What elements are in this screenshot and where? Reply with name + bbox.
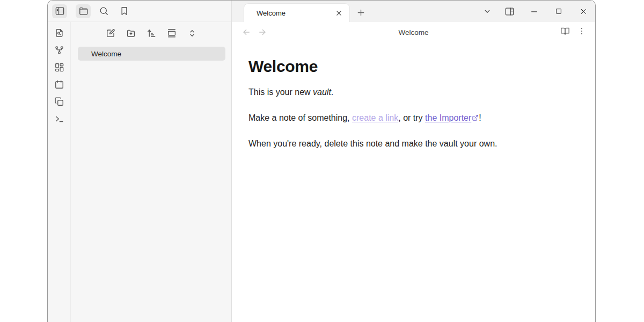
quick-switcher-button[interactable]: [52, 28, 66, 38]
maximize-button[interactable]: [553, 4, 564, 18]
minimize-icon: [530, 7, 539, 16]
ribbon: [48, 22, 71, 322]
close-window-icon: [579, 7, 588, 16]
note-heading: Welcome: [248, 57, 574, 76]
window-controls: [529, 4, 589, 18]
graph-view-button[interactable]: [52, 45, 66, 55]
arrow-right-icon: [258, 27, 267, 37]
toggle-left-sidebar-button[interactable]: [52, 4, 67, 18]
the-importer-external-link[interactable]: the Importer: [425, 113, 471, 122]
panel-left-icon: [55, 6, 65, 16]
bookmark-icon: [119, 6, 129, 16]
folder-plus-icon: [126, 28, 136, 38]
navigate-forward-button[interactable]: [258, 27, 267, 37]
calendar-icon: [54, 79, 64, 90]
file-explorer: Welcome: [71, 22, 231, 322]
minimize-button[interactable]: [529, 4, 539, 18]
explorer-toolbar: [71, 22, 231, 43]
italic-vault: vault: [313, 87, 331, 97]
reading-mode-button[interactable]: [560, 26, 570, 38]
external-link-icon: [472, 114, 479, 121]
paragraph-links: Make a note of something, create a link,…: [248, 112, 574, 124]
files-tab-button[interactable]: [76, 4, 91, 18]
book-open-icon: [560, 26, 570, 36]
app-window: Welcome Welcome: [47, 0, 596, 322]
tab-label: Welcome: [257, 9, 333, 17]
expand-collapse-button[interactable]: [186, 27, 199, 39]
new-note-button[interactable]: [104, 27, 117, 39]
graph-icon: [54, 45, 64, 55]
daily-note-button[interactable]: [52, 79, 66, 90]
layout-dashboard-icon: [54, 62, 64, 72]
navigate-back-button[interactable]: [241, 27, 251, 37]
paragraph-delete-note: When you're ready, delete this note and …: [248, 137, 574, 150]
more-options-button[interactable]: [577, 26, 587, 38]
arrow-left-icon: [241, 27, 251, 37]
note-content: Welcome This is your new vault. Make a n…: [232, 42, 595, 150]
copy-icon: [54, 97, 64, 107]
tabbar-right-controls: [480, 4, 595, 18]
toggle-right-sidebar-button[interactable]: [502, 4, 517, 18]
search-tab-button[interactable]: [96, 4, 111, 18]
note-breadcrumb-title: Welcome: [232, 28, 595, 36]
plus-icon: [356, 8, 366, 18]
search-icon: [99, 6, 109, 16]
sort-order-button[interactable]: [145, 27, 158, 39]
insert-template-button[interactable]: [52, 97, 66, 107]
new-tab-button[interactable]: [353, 5, 368, 20]
tab-list-button[interactable]: [480, 4, 495, 18]
sidebar-titlebar: [48, 1, 231, 22]
chevron-down-icon: [482, 6, 492, 16]
close-window-button[interactable]: [578, 4, 589, 18]
file-item-welcome[interactable]: Welcome: [78, 47, 225, 61]
tab-strip: Welcome: [232, 1, 595, 22]
close-icon: [335, 9, 343, 17]
maximize-icon: [554, 7, 563, 16]
sidebar-body: Welcome: [48, 22, 231, 322]
folder-icon: [78, 6, 89, 16]
command-palette-button[interactable]: [52, 114, 66, 124]
workspace: Welcome: [232, 1, 595, 322]
paragraph-vault: This is your new vault.: [248, 86, 574, 98]
more-vertical-icon: [577, 26, 587, 36]
left-sidebar: Welcome: [48, 1, 232, 322]
view-header: Welcome: [232, 22, 595, 42]
file-search-icon: [54, 28, 64, 38]
sort-ascending-icon: [147, 28, 156, 38]
create-a-link-internal-link[interactable]: create a link: [352, 113, 398, 122]
gallery-vertical-button[interactable]: [165, 27, 178, 39]
gallery-vertical-icon: [167, 28, 177, 38]
chevrons-up-down-icon: [187, 28, 197, 38]
square-pen-icon: [106, 28, 115, 38]
new-canvas-button[interactable]: [52, 62, 66, 72]
terminal-icon: [54, 114, 64, 124]
tab-welcome[interactable]: Welcome: [244, 4, 349, 22]
panel-right-icon: [504, 6, 515, 17]
bookmarks-tab-button[interactable]: [116, 4, 131, 18]
new-folder-button[interactable]: [125, 27, 137, 39]
file-item-label: Welcome: [91, 50, 121, 58]
tab-close-button[interactable]: [333, 7, 345, 19]
